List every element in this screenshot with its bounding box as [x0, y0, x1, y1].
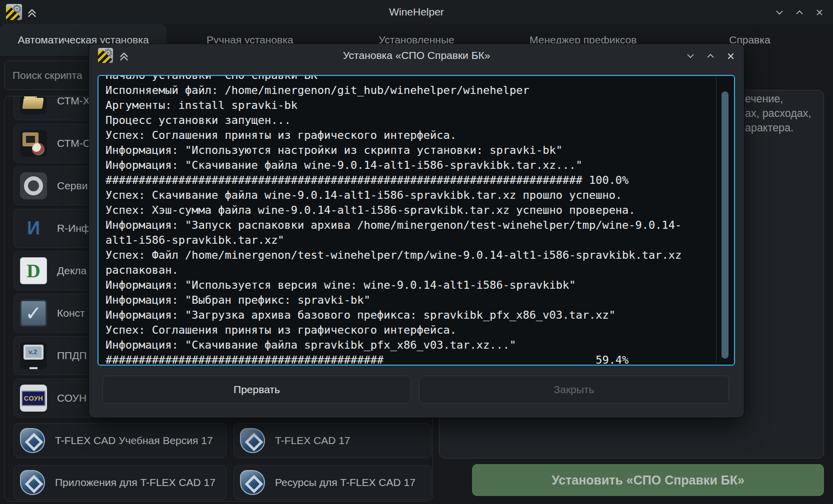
- console-line: ########################################…: [98, 353, 734, 366]
- window-controls: [773, 6, 826, 19]
- minimize-button[interactable]: [684, 49, 697, 62]
- script-description-text: ечение,ах, расходах,арактера.: [745, 92, 812, 135]
- script-label: ППДП: [57, 337, 87, 375]
- script-icon: [20, 96, 47, 114]
- install-spravki-bk-button[interactable]: Установить «СПО Справки БК»: [472, 464, 824, 496]
- script-icon: [20, 342, 47, 369]
- console-line: Начало установки "СПО Справки БК": [98, 75, 734, 83]
- close-dialog-button[interactable]: Закрыть: [419, 376, 729, 404]
- script-icon: [20, 385, 47, 412]
- console-line: Успех: Хэш-сумма файла wine-9.0.14-alt1-…: [98, 203, 734, 218]
- tflex-button-label: Ресурсы для T-FLEX CAD 17: [275, 477, 416, 489]
- maximize-button[interactable]: [793, 6, 806, 19]
- console-line: Исполняемый файл: /home/minergenon/git_h…: [98, 83, 734, 98]
- tflex-script-button[interactable]: T-FLEX CAD Учебная Версия 17: [14, 423, 226, 458]
- console-line: распакован.: [98, 263, 734, 278]
- tflex-button-label: T-FLEX CAD 17: [275, 435, 350, 447]
- console-line: Информация: "Используются настройки из с…: [98, 143, 734, 158]
- tflex-logo-icon: [20, 428, 45, 453]
- tflex-script-button[interactable]: Приложения для T-FLEX CAD 17: [14, 465, 226, 500]
- desktop: WineHelper Автоматическая установка Ручн…: [0, 0, 833, 504]
- dialog-window-controls: [684, 49, 737, 62]
- console-line: ########################################…: [98, 173, 734, 188]
- tflex-button-label: T-FLEX CAD Учебная Версия 17: [55, 435, 213, 447]
- console-line: Информация: "Используется версия wine: w…: [98, 278, 734, 293]
- script-label: СТМ-Х: [57, 96, 90, 120]
- dialog-titlebar: Установка «СПО Справки БК»: [89, 44, 744, 67]
- console-line: Информация: "Запуск распаковки архива /h…: [98, 218, 734, 233]
- close-button[interactable]: [813, 6, 826, 19]
- console-line: Успех: Соглашения приняты из графическог…: [98, 323, 734, 338]
- script-label: R-Инф: [57, 209, 90, 247]
- tflex-logo-icon: [240, 428, 265, 453]
- maximize-button[interactable]: [704, 49, 717, 62]
- script-icon: [20, 215, 47, 242]
- console-line: Процесс установки запущен...: [98, 113, 734, 128]
- console-line: Информация: "Скачивание файла wine-9.0.1…: [98, 158, 734, 173]
- tflex-button-label: Приложения для T-FLEX CAD 17: [55, 477, 216, 489]
- description-line: ечение,: [745, 92, 812, 106]
- console-line: Успех: Соглашения приняты из графическог…: [98, 128, 734, 143]
- console-lines: Начало установки "СПО Справки БК"Исполня…: [98, 75, 734, 366]
- script-label: СОУН: [57, 379, 86, 417]
- script-icon: [20, 130, 47, 157]
- installation-log-console[interactable]: Начало установки "СПО Справки БК"Исполня…: [98, 75, 735, 366]
- script-label: Декла: [57, 252, 86, 290]
- tflex-logo-icon: [240, 470, 265, 495]
- console-line: Успех: Файл /home/minergenon/test-winehe…: [98, 248, 734, 263]
- main-titlebar: WineHelper: [0, 0, 833, 24]
- abort-button[interactable]: Прервать: [102, 376, 411, 404]
- installation-dialog: Установка «СПО Справки БК» Начало устано…: [89, 44, 744, 418]
- script-label: Конст: [57, 294, 85, 332]
- scrollbar-track: [716, 77, 716, 364]
- console-line: Аргументы: install spravki-bk: [98, 98, 734, 113]
- scrollbar-thumb[interactable]: [722, 91, 728, 359]
- console-line: Информация: "Выбран префикс: spravki-bk": [98, 293, 734, 308]
- console-line: alt1-i586-spravkibk.tar.xz": [98, 233, 734, 248]
- script-icon: [20, 172, 47, 199]
- description-line: арактера.: [745, 121, 812, 135]
- tflex-script-button[interactable]: Ресурсы для T-FLEX CAD 17: [234, 465, 432, 500]
- console-line: Информация: "Скачивание файла spravkibk_…: [98, 338, 734, 353]
- tflex-logo-icon: [20, 470, 45, 495]
- console-line: Успех: Скачивание файла wine-9.0.14-alt1…: [98, 188, 734, 203]
- window-title: WineHelper: [0, 0, 833, 24]
- minimize-button[interactable]: [773, 6, 786, 19]
- script-label: СТМ-С: [57, 124, 90, 162]
- script-label: Серви: [57, 167, 88, 205]
- close-button[interactable]: [724, 49, 737, 62]
- console-line: Информация: "Загрузка архива базового пр…: [98, 308, 734, 323]
- description-line: ах, расходах,: [745, 106, 812, 121]
- script-icon: [20, 300, 47, 327]
- tflex-script-button[interactable]: T-FLEX CAD 17: [234, 423, 432, 458]
- dialog-title: Установка «СПО Справки БК»: [89, 44, 744, 67]
- script-icon: [20, 257, 47, 284]
